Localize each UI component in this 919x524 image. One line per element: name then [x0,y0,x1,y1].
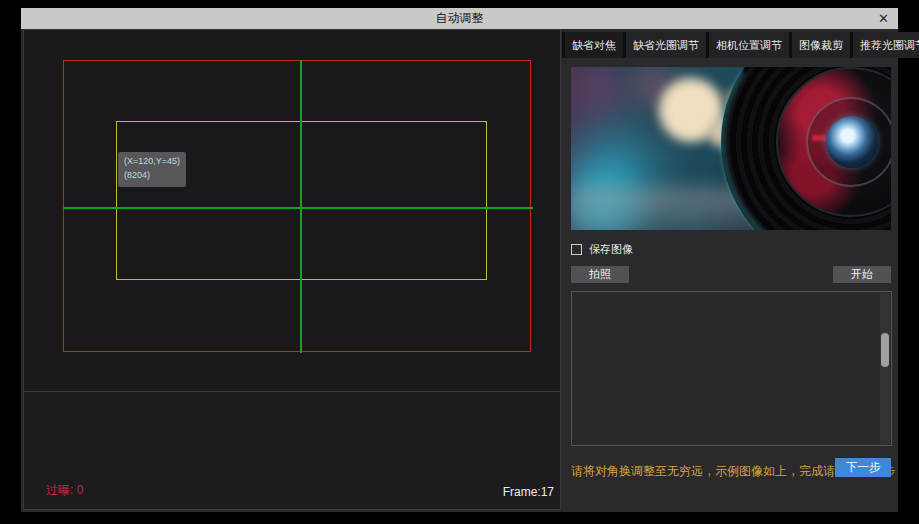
next-button[interactable]: 下一步 [835,458,891,477]
dialog-title: 自动调整 [436,10,484,27]
capture-button[interactable]: 拍照 [571,266,629,283]
sample-lens-image [571,67,891,230]
preview-panel: (X=120,Y=45) (8204) 过曝: 0 Frame:17 [23,29,561,510]
pixel-tooltip: (X=120,Y=45) (8204) [118,152,186,187]
save-image-row: 保存图像 [571,242,633,257]
save-image-checkbox[interactable] [571,244,582,255]
frame-counter: Frame:17 [503,485,554,499]
save-image-label: 保存图像 [589,242,633,257]
hint-text: 请将对角换调整至无穷远，示例图像如上，完成请点击下一步 [571,463,836,480]
tab-default-focus[interactable]: 缺省对焦 [565,32,623,58]
tab-camera-position[interactable]: 相机位置调节 [709,32,789,58]
control-panel: 缺省对焦 缺省光圈调节 相机位置调节 图像裁剪 推荐光圈调节 >> [562,29,898,512]
log-scrollbar[interactable] [880,293,890,444]
tab-recommended-aperture[interactable]: 推荐光圈调节 [853,32,919,58]
image-viewport[interactable]: (X=120,Y=45) (8204) [24,30,560,392]
pixel-tooltip-value: (8204) [124,169,180,183]
close-icon[interactable]: ✕ [878,8,889,29]
dialog-auto-adjust: 自动调整 ✕ (X=120,Y=45) (8204) 过曝: 0 Frame:1… [21,8,898,512]
log-textarea[interactable] [571,291,892,446]
screen: 自动调整 ✕ (X=120,Y=45) (8204) 过曝: 0 Frame:1… [0,0,919,524]
start-button[interactable]: 开始 [833,266,891,283]
title-bar[interactable]: 自动调整 ✕ [21,8,898,29]
tab-default-aperture[interactable]: 缺省光圈调节 [626,32,706,58]
lens-core-glass [826,116,878,168]
tab-image-crop[interactable]: 图像裁剪 [792,32,850,58]
log-scrollbar-thumb[interactable] [881,333,889,367]
lens-red-reflection [812,135,826,141]
tab-bar: 缺省对焦 缺省光圈调节 相机位置调节 图像裁剪 推荐光圈调节 >> [562,32,898,58]
overexposure-label: 过曝: 0 [46,482,83,499]
pixel-tooltip-coords: (X=120,Y=45) [124,155,180,169]
crosshair-horizontal-line [63,207,533,209]
